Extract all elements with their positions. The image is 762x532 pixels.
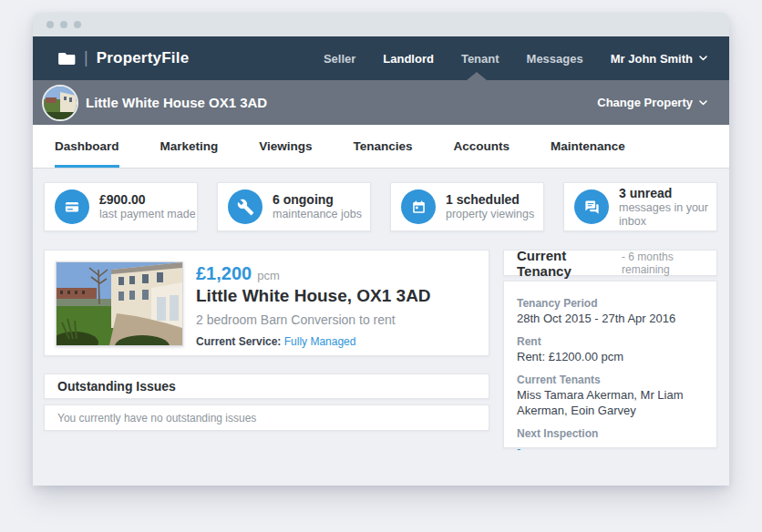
property-avatar[interactable]	[42, 85, 78, 121]
section-tab-bar: Dashboard Marketing Viewings Tenancies A…	[33, 125, 729, 169]
tenancy-panel-body: Tenancy Period 28th Oct 2015 - 27th Apr …	[503, 281, 717, 448]
stat-card-maintenance-jobs[interactable]: 6 ongoing maintenance jobs	[217, 182, 371, 231]
chat-icon	[574, 189, 609, 224]
logo-text: PropertyFile	[97, 49, 190, 67]
window-button-minimize[interactable]	[60, 21, 67, 28]
tab-dashboard[interactable]: Dashboard	[55, 125, 119, 168]
tenancy-panel-header: Current Tenancy - 6 months remaining	[503, 250, 717, 276]
propertyfile-logo[interactable]: | PropertyFile	[58, 49, 189, 67]
stat-card-messages[interactable]: 3 unread messages in your inbox	[563, 182, 717, 231]
stat-label: property viewings	[446, 208, 534, 221]
window-button-maximize[interactable]	[74, 21, 81, 28]
main-row: £1,200 pcm Little White House, OX1 3AD 2…	[44, 250, 717, 448]
browser-window: | PropertyFile Seller Landlord Tenant Me…	[33, 13, 729, 486]
listing-subtitle: 2 bedroom Barn Conversion to rent	[196, 312, 431, 327]
top-nav: Seller Landlord Tenant Messages Mr John …	[324, 52, 707, 66]
current-tenancy-panel: Current Tenancy - 6 months remaining Ten…	[503, 250, 717, 448]
window-button-close[interactable]	[46, 21, 54, 28]
stat-value: 6 ongoing	[273, 192, 362, 208]
tenancy-title: Current Tenancy	[517, 248, 616, 279]
stat-card-viewings[interactable]: 1 scheduled property viewings	[390, 182, 544, 231]
stats-row: £900.00 last payment made 6 ongoing main…	[44, 182, 717, 231]
tenancy-field-rent: Rent Rent: £1200.00 pcm	[517, 334, 704, 364]
calendar-icon	[401, 189, 436, 224]
change-property-button[interactable]: Change Property	[597, 96, 707, 109]
nav-item-landlord[interactable]: Landlord	[383, 52, 434, 66]
wrench-icon	[228, 189, 263, 224]
tab-maintenance[interactable]: Maintenance	[551, 125, 625, 168]
credit-card-icon	[55, 189, 89, 224]
tab-accounts[interactable]: Accounts	[454, 125, 510, 168]
property-bar-title: Little White House OX1 3AD	[86, 95, 267, 110]
field-label: Tenancy Period	[517, 296, 704, 311]
user-menu[interactable]: Mr John Smith	[611, 52, 707, 66]
stat-label: maintenance jobs	[273, 208, 362, 221]
field-label: Next Inspection	[517, 426, 704, 441]
field-label: Current Tenants	[517, 373, 704, 387]
stat-label: messages in your inbox	[619, 201, 716, 229]
stat-label: last payment made	[99, 208, 196, 221]
tenancy-field-tenants: Current Tenants Miss Tamara Akerman, Mr …	[517, 373, 704, 418]
stat-value: 3 unread	[619, 186, 716, 201]
stat-value: £900.00	[99, 192, 196, 208]
nav-item-seller[interactable]: Seller	[324, 52, 355, 66]
listing-price-unit: pcm	[257, 269, 280, 282]
service-value-link[interactable]: Fully Managed	[284, 335, 356, 348]
tab-viewings[interactable]: Viewings	[259, 125, 312, 168]
next-inspection-link[interactable]: -	[517, 441, 704, 456]
tab-tenancies[interactable]: Tenancies	[354, 125, 413, 168]
nav-item-messages[interactable]: Messages	[527, 52, 583, 66]
service-label: Current Service:	[196, 335, 281, 348]
app-header: | PropertyFile Seller Landlord Tenant Me…	[33, 36, 729, 80]
property-listing-card[interactable]: £1,200 pcm Little White House, OX1 3AD 2…	[44, 250, 489, 356]
field-value: Rent: £1200.00 pcm	[517, 349, 704, 364]
browser-chrome-bar	[33, 13, 729, 36]
tenancy-field-next-inspection: Next Inspection -	[517, 426, 704, 456]
active-nav-pointer	[467, 72, 487, 80]
dashboard-content: £900.00 last payment made 6 ongoing main…	[33, 169, 729, 486]
left-column: £1,200 pcm Little White House, OX1 3AD 2…	[44, 250, 489, 431]
folder-icon	[58, 52, 76, 66]
tenancy-remaining: - 6 months remaining	[622, 251, 716, 276]
listing-title: Little White House, OX1 3AD	[196, 286, 431, 306]
outstanding-issues-empty-message: You currently have no outstanding issues	[57, 412, 256, 425]
stat-value: 1 scheduled	[446, 192, 534, 208]
tenancy-field-period: Tenancy Period 28th Oct 2015 - 27th Apr …	[517, 296, 704, 326]
field-value: Miss Tamara Akerman, Mr Liam Akerman, Eo…	[517, 387, 704, 418]
outstanding-issues-body: You currently have no outstanding issues	[44, 404, 489, 431]
change-property-label: Change Property	[597, 96, 693, 109]
logo-separator: |	[84, 48, 88, 67]
nav-item-tenant[interactable]: Tenant	[461, 52, 499, 66]
field-label: Rent	[517, 334, 704, 349]
outstanding-issues-title: Outstanding Issues	[57, 379, 176, 394]
stat-card-last-payment[interactable]: £900.00 last payment made	[44, 182, 198, 231]
outstanding-issues-header: Outstanding Issues	[44, 373, 489, 399]
tab-marketing[interactable]: Marketing	[160, 125, 219, 168]
chevron-down-icon	[699, 56, 707, 61]
property-photo	[56, 261, 183, 346]
field-value: 28th Oct 2015 - 27th Apr 2016	[517, 311, 704, 326]
listing-info: £1,200 pcm Little White House, OX1 3AD 2…	[196, 261, 431, 344]
user-menu-label: Mr John Smith	[611, 52, 693, 66]
property-bar: Little White House OX1 3AD Change Proper…	[33, 80, 729, 125]
chevron-down-icon	[699, 100, 707, 106]
listing-price: £1,200	[196, 263, 252, 284]
